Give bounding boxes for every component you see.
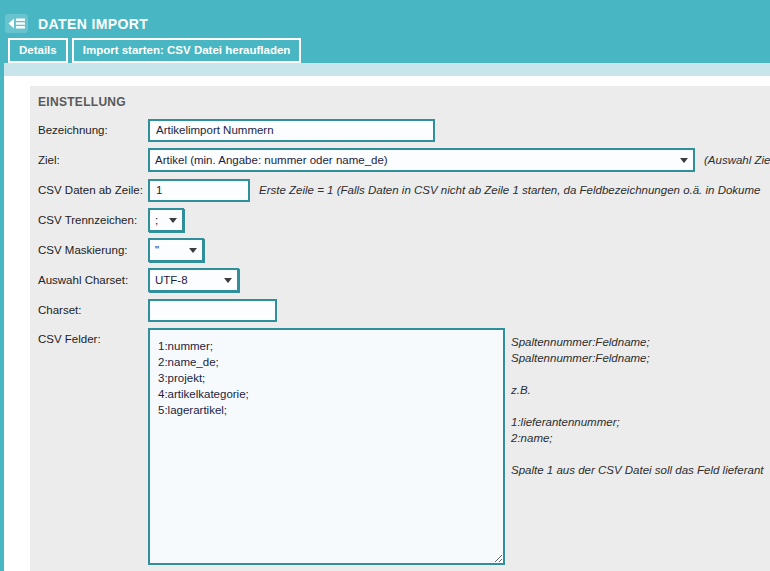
top-header: DATEN IMPORT Details Import starten: CSV… [0,0,770,63]
tab-import-starten[interactable]: Import starten: CSV Datei heraufladen [72,38,302,63]
panel-legend: EINSTELLUNG [38,95,770,109]
csv-trennzeichen-select[interactable]: ; [148,208,184,232]
csv-daten-ab-zeile-note: Erste Zeile = 1 (Falls Daten in CSV nich… [259,184,760,196]
bezeichnung-label: Bezeichnung: [38,124,148,136]
row-csv-felder: CSV Felder: 1:nummer; 2:name_de; 3:proje… [38,328,770,565]
row-charset: Charset: [38,298,770,322]
tab-bar: Details Import starten: CSV Datei herauf… [8,38,301,63]
main-content: EINSTELLUNG Bezeichnung: Ziel: Artikel (… [0,76,770,571]
ziel-note: (Auswahl Ziel [704,154,770,166]
csv-maskierung-select[interactable]: " [148,238,204,262]
ziel-select[interactable]: Artikel (min. Angabe: nummer oder name_d… [148,148,695,172]
page-title: DATEN IMPORT [38,16,148,32]
auswahl-charset-select-value: UTF-8 [155,274,188,286]
chevron-down-icon [224,278,232,283]
auswahl-charset-select[interactable]: UTF-8 [148,268,239,292]
header-underline-strip [0,63,770,76]
row-csv-trennzeichen: CSV Trennzeichen: ; [38,208,770,232]
collapse-menu-button[interactable] [5,14,28,33]
row-auswahl-charset: Auswahl Charset: UTF-8 [38,268,770,292]
ziel-label: Ziel: [38,154,148,166]
ziel-select-value: Artikel (min. Angabe: nummer oder name_d… [155,154,388,166]
csv-felder-label: CSV Felder: [38,328,148,345]
csv-trennzeichen-select-value: ; [155,214,158,226]
tab-details[interactable]: Details [8,38,68,63]
csv-maskierung-label: CSV Maskierung: [38,244,148,256]
row-csv-daten-ab-zeile: CSV Daten ab Zeile: Erste Zeile = 1 (Fal… [38,178,770,202]
csv-daten-ab-zeile-label: CSV Daten ab Zeile: [38,184,148,196]
chevron-down-icon [169,218,177,223]
left-accent-bar [0,63,4,571]
collapse-menu-icon [8,17,25,30]
charset-input[interactable] [148,299,277,322]
charset-label: Charset: [38,304,148,316]
row-ziel: Ziel: Artikel (min. Angabe: nummer oder … [38,148,770,172]
csv-trennzeichen-label: CSV Trennzeichen: [38,214,148,226]
row-csv-maskierung: CSV Maskierung: " [38,238,770,262]
title-bar: DATEN IMPORT [0,0,770,38]
bezeichnung-input[interactable] [148,119,435,142]
csv-maskierung-select-value: " [155,244,159,256]
csv-daten-ab-zeile-input[interactable] [148,179,250,202]
csv-felder-textarea[interactable]: 1:nummer; 2:name_de; 3:projekt; 4:artike… [148,328,505,565]
row-bezeichnung: Bezeichnung: [38,118,770,142]
auswahl-charset-label: Auswahl Charset: [38,274,148,286]
chevron-down-icon [680,158,688,163]
csv-felder-note: Spaltennummer:Feldname; Spaltennummer:Fe… [511,328,764,478]
chevron-down-icon [189,248,197,253]
einstellung-panel: EINSTELLUNG Bezeichnung: Ziel: Artikel (… [30,86,770,571]
